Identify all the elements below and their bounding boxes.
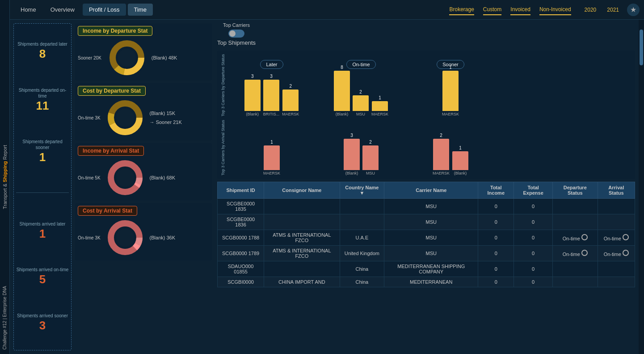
table-row[interactable]: SCGBE0000 1835 MSU 0 0 — [218, 199, 635, 214]
col-consignor[interactable]: Consignor Name — [264, 182, 340, 199]
carrier-cell: MEDITERRANEAN — [384, 277, 478, 287]
consignor-cell — [264, 214, 340, 230]
nav-overview[interactable]: Overview — [44, 4, 81, 16]
arr-radio[interactable] — [623, 234, 629, 240]
shipment-id-cell: SCGBE0000 1835 — [218, 199, 264, 214]
expense-cell: 0 — [514, 230, 553, 246]
arr-status-cell — [598, 199, 635, 214]
bar-charts-section: Top 3 Carriers by Departure Status Later… — [217, 51, 635, 179]
scroll-thumb[interactable] — [640, 30, 643, 65]
stat-departed-ontime-value: 11 — [16, 99, 69, 113]
svg-point-15 — [116, 229, 134, 247]
dep-status-cell: On-time — [553, 246, 598, 261]
cost-departure-legend: (Blank) 15K → Sooner 21K — [150, 111, 182, 125]
col-shipment-id[interactable]: Shipment ID — [218, 182, 264, 199]
blank-15k-label: (Blank) 15K — [150, 111, 182, 116]
stat-arrived-later: Shipments arrived later 1 — [20, 221, 66, 241]
user-icon[interactable]: ★ — [627, 4, 640, 16]
stat-arrived-later-label: Shipments arrived later — [20, 221, 66, 227]
dep-radio[interactable] — [581, 234, 588, 240]
bar-maersk-sooner-dep: 1 MAERSK — [442, 65, 459, 116]
col-dep-status[interactable]: Departure Status — [553, 182, 598, 199]
consignor-cell: ATMS & INTERNATIONAL FZCO — [264, 246, 340, 261]
income-cell: 0 — [478, 214, 514, 230]
income-cell: 0 — [478, 246, 514, 261]
income-arrival-donut — [105, 158, 145, 198]
top-carriers-switch[interactable] — [228, 30, 244, 38]
arr-status-cell: On-time — [598, 246, 635, 261]
arr-radio[interactable] — [623, 250, 629, 256]
ontime-5k-label: On-time 5K — [78, 175, 101, 180]
tab-non-invoiced[interactable]: Non-Invoiced — [539, 4, 571, 15]
main-content: Home Overview Profit / Loss Time Brokera… — [10, 0, 644, 354]
top-shipments-label: Top Shipments — [217, 39, 256, 46]
bar-blank-ontime-dep: 8 (Blank) — [334, 65, 350, 116]
country-cell: United Kingdom — [340, 246, 384, 261]
blank-36k-label: (Blank) 36K — [150, 235, 175, 240]
table-row[interactable]: SCGBI0000 CHINA IMPORT AND China MEDITER… — [218, 277, 635, 287]
country-cell: China — [340, 277, 384, 287]
income-departure-donut — [107, 38, 147, 78]
dep-radio[interactable] — [581, 250, 588, 256]
income-arrival-title: Income by Arrival Stat — [78, 146, 144, 156]
nav-time[interactable]: Time — [128, 4, 153, 16]
stat-departed-sooner-label: Shipments departed sooner — [16, 139, 69, 150]
bar-msu-ontime-dep: 2 MSU — [353, 90, 369, 116]
bar-maersk-ontime-dep: 1 MAERSK — [371, 95, 388, 116]
income-cell: 0 — [478, 199, 514, 214]
expense-cell: 0 — [514, 214, 553, 230]
nav-profit-loss[interactable]: Profit / Loss — [83, 4, 126, 16]
expense-cell: 0 — [514, 199, 553, 214]
income-departure-title: Income by Departure Stat — [78, 26, 152, 36]
income-cell: 0 — [478, 230, 514, 246]
year-2020[interactable]: 2020 — [582, 5, 599, 15]
carrier-cell: MSU — [384, 199, 478, 214]
ontime-departure-bars: 8 (Blank) 2 MSU 1 — [334, 72, 388, 116]
tab-brokerage[interactable]: Brokerage — [449, 4, 474, 15]
bar-maersk-later-arr: 1 MAERSK — [263, 140, 280, 175]
bar-maersk-sooner-arr: 2 MAERSK — [433, 133, 450, 175]
tab-invoiced[interactable]: Invoiced — [510, 4, 530, 15]
charts-panel: Income by Departure Stat Sooner 20K — [72, 20, 215, 354]
sidebar: Transport & Shipping Report Challenge #1… — [0, 0, 10, 354]
table-row[interactable]: SCGB0000 1789 ATMS & INTERNATIONAL FZCO … — [218, 246, 635, 261]
bar-blank-sooner-arr: 1 (Blank) — [452, 145, 468, 175]
arrival-section-label: Top 3 Carriers by Arrival Status — [221, 120, 225, 175]
year-2021[interactable]: 2021 — [604, 5, 622, 15]
col-carrier[interactable]: Carrier Name — [384, 182, 478, 199]
nav-home[interactable]: Home — [14, 4, 42, 16]
col-arr-status[interactable]: Arrival Status — [598, 182, 635, 199]
dep-status-cell: On-time — [553, 230, 598, 246]
expense-cell: 0 — [514, 246, 553, 261]
ontime-group-departure: On-time 8 (Blank) 2 MSU — [316, 60, 406, 116]
scrollbar[interactable] — [639, 20, 644, 354]
table-row[interactable]: SDAUO000 01855 China MEDITERRANEAN SHIPP… — [218, 261, 635, 277]
table-row[interactable]: SCGBE0000 1836 MSU 0 0 — [218, 214, 635, 230]
expense-cell: 0 — [514, 277, 553, 287]
later-group-departure: Later 3 (Blank) 3 BRITIS... — [227, 60, 316, 116]
shipment-id-cell: SCGB0000 1788 — [218, 230, 264, 246]
tab-custom[interactable]: Custom — [483, 4, 501, 15]
arr-status-cell — [598, 214, 635, 230]
svg-point-3 — [118, 49, 136, 67]
carrier-cell: MEDITERRANEAN SHIPPING COMPANY — [384, 261, 478, 277]
stats-sidebar: Shipments departed later 8 Shipments dep… — [13, 23, 72, 350]
sidebar-label: Transport & Shipping Report — [2, 145, 8, 209]
svg-point-7 — [116, 109, 134, 127]
cost-departure-title: Cost by Departure Stat — [78, 86, 146, 96]
income-arrival-card: Income by Arrival Stat On-time 5K — [75, 143, 212, 200]
col-income[interactable]: Total Income — [478, 182, 514, 199]
col-country[interactable]: Country Name ▼ — [340, 182, 384, 199]
sooner-label: Sooner 20K — [78, 55, 101, 60]
income-cell: 0 — [478, 277, 514, 287]
income-departure-legend: (Blank) 48K — [152, 55, 177, 60]
sooner-arrival-bars: 2 MAERSK 1 (Blank) — [433, 131, 468, 175]
later-title: Later — [260, 60, 283, 69]
later-departure-bars: 3 (Blank) 3 BRITIS... 2 — [244, 72, 299, 116]
bar-blank-ontime-arr: 3 (Blank) — [344, 133, 360, 175]
bar-blank-later-dep: 3 (Blank) — [244, 74, 261, 116]
col-expense[interactable]: Total Expense — [514, 182, 553, 199]
stat-departed-later-value: 8 — [17, 47, 67, 61]
country-cell: China — [340, 261, 384, 277]
table-row[interactable]: SCGB0000 1788 ATMS & INTERNATIONAL FZCO … — [218, 230, 635, 246]
